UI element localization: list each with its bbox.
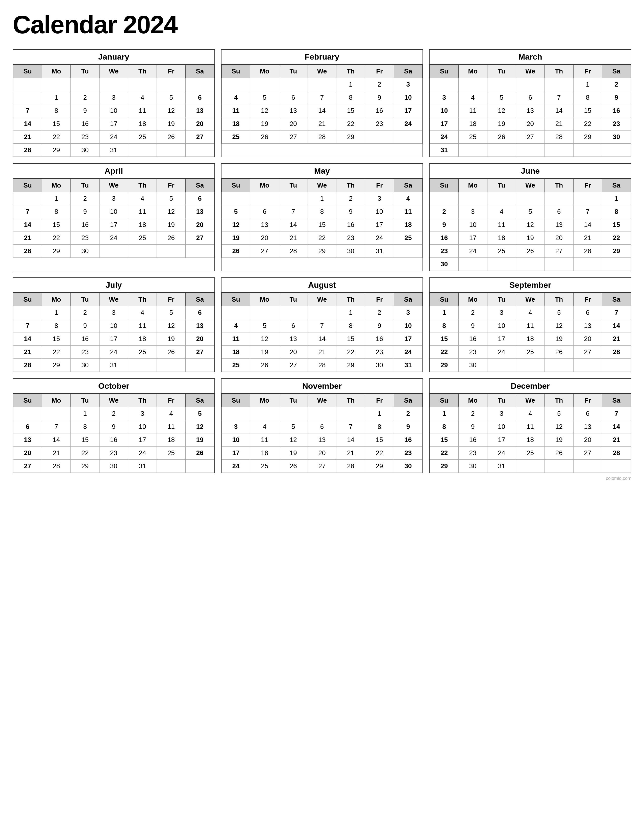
weekday-header: Su	[430, 293, 459, 306]
calendar-day	[222, 78, 250, 91]
calendar-day: 14	[336, 433, 365, 447]
calendar-day: 8	[336, 319, 365, 333]
calendar-day: 25	[222, 359, 250, 372]
calendar-day: 28	[13, 144, 42, 157]
calendar-day: 8	[573, 91, 602, 104]
weekday-header: Fr	[573, 179, 602, 192]
month-december: DecemberSuMoTuWeThFrSa123456789101112131…	[429, 378, 631, 473]
calendar-day: 25	[394, 232, 422, 244]
calendar-day: 8	[365, 420, 394, 433]
calendar-day	[458, 144, 487, 157]
calendar-day: 24	[458, 244, 487, 258]
calendar-day	[487, 78, 516, 91]
calendar-day	[602, 359, 631, 372]
calendar-day	[573, 258, 602, 271]
calendar-day: 20	[279, 117, 308, 130]
calendar-day: 11	[487, 218, 516, 232]
weekday-header: Mo	[458, 65, 487, 78]
calendar-day: 22	[365, 447, 394, 460]
calendar-day: 20	[185, 117, 214, 130]
calendar-day: 19	[157, 218, 186, 232]
calendar-day	[279, 192, 308, 205]
calendar-day	[516, 460, 545, 473]
calendar-day: 23	[336, 232, 365, 244]
calendar-day: 3	[487, 407, 516, 420]
calendar-day	[544, 460, 573, 473]
calendar-day: 16	[71, 218, 100, 232]
calendar-day: 17	[99, 218, 128, 232]
calendar-day: 22	[430, 447, 459, 460]
calendar-day: 24	[222, 460, 250, 473]
calendar-day: 21	[573, 232, 602, 244]
calendar-day: 1	[71, 407, 100, 420]
month-title: October	[13, 379, 214, 394]
calendar-day	[157, 78, 186, 91]
calendar-day: 19	[250, 346, 279, 359]
calendar-day	[157, 359, 186, 372]
calendar-day: 16	[394, 433, 422, 447]
calendar-day: 13	[308, 433, 336, 447]
weekday-header: We	[308, 65, 336, 78]
calendar-day: 13	[516, 104, 545, 117]
calendar-day: 27	[250, 244, 279, 258]
calendar-day: 23	[71, 346, 100, 359]
calendar-day: 18	[128, 333, 157, 346]
calendar-day: 6	[185, 306, 214, 319]
weekday-header: Tu	[487, 394, 516, 407]
calendar-day: 9	[458, 420, 487, 433]
calendar-day: 5	[544, 306, 573, 319]
calendar-day	[516, 258, 545, 271]
calendar-day: 16	[458, 333, 487, 346]
calendar-day: 4	[516, 407, 545, 420]
calendar-day: 18	[458, 117, 487, 130]
calendar-day: 7	[279, 205, 308, 218]
calendar-day	[430, 192, 459, 205]
month-september: SeptemberSuMoTuWeThFrSa12345678910111213…	[429, 277, 631, 372]
calendar-day: 29	[336, 359, 365, 372]
calendar-day: 9	[394, 420, 422, 433]
calendar-day: 25	[516, 346, 545, 359]
calendar-day	[250, 306, 279, 319]
calendar-day: 22	[42, 130, 71, 144]
weekday-header: Tu	[487, 179, 516, 192]
weekday-header: Tu	[279, 394, 308, 407]
calendar-day: 1	[430, 306, 459, 319]
calendar-day: 19	[279, 447, 308, 460]
calendar-day: 22	[308, 232, 336, 244]
calendar-day: 29	[42, 144, 71, 157]
calendar-day	[13, 78, 42, 91]
month-january: JanuarySuMoTuWeThFrSa1234567891011121314…	[13, 49, 215, 157]
weekday-header: Th	[128, 293, 157, 306]
weekday-header: Fr	[573, 65, 602, 78]
calendar-day: 29	[430, 460, 459, 473]
weekday-header: Fr	[365, 65, 394, 78]
calendar-day: 19	[250, 117, 279, 130]
weekday-header: Su	[13, 179, 42, 192]
calendar-day	[99, 78, 128, 91]
calendar-day	[13, 306, 42, 319]
calendar-day: 21	[13, 232, 42, 244]
calendar-day	[573, 144, 602, 157]
weekday-header: Sa	[185, 394, 214, 407]
calendar-day: 21	[42, 447, 71, 460]
calendar-day: 15	[42, 218, 71, 232]
calendar-day: 12	[222, 218, 250, 232]
calendar-day: 17	[430, 117, 459, 130]
calendar-day: 5	[222, 205, 250, 218]
calendar-day: 6	[185, 192, 214, 205]
calendar-day: 31	[99, 144, 128, 157]
calendar-day: 3	[99, 192, 128, 205]
calendar-day: 27	[185, 130, 214, 144]
calendar-day: 12	[544, 420, 573, 433]
weekday-header: Su	[13, 293, 42, 306]
weekday-header: We	[99, 293, 128, 306]
calendar-day	[185, 359, 214, 372]
calendar-day	[99, 244, 128, 258]
calendar-day: 30	[71, 244, 100, 258]
calendar-day: 26	[157, 232, 186, 244]
calendar-day: 3	[99, 91, 128, 104]
weekday-header: Tu	[487, 65, 516, 78]
calendar-day: 10	[394, 319, 422, 333]
calendar-day: 8	[602, 205, 631, 218]
weekday-header: Tu	[487, 293, 516, 306]
